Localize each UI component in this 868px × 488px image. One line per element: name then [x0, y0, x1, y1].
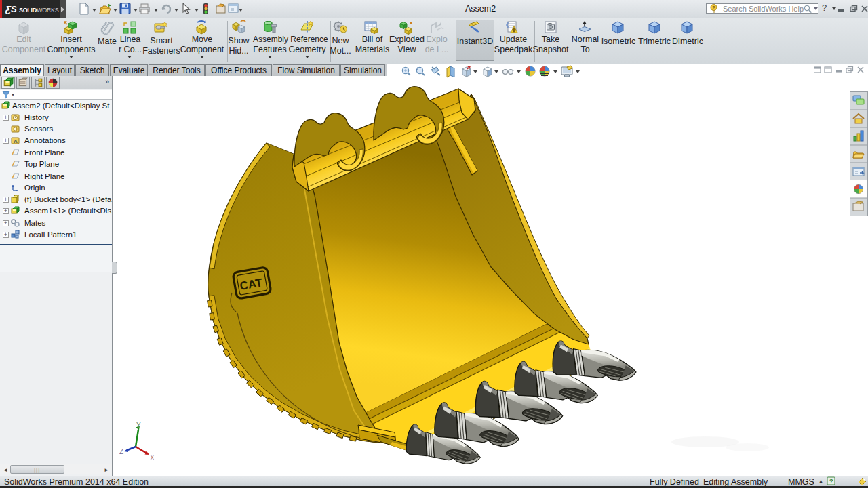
svg-text:Z: Z [119, 448, 123, 455]
svg-text:X: X [150, 454, 155, 462]
svg-text:?: ? [829, 478, 833, 485]
svg-text:Y: Y [136, 422, 141, 429]
